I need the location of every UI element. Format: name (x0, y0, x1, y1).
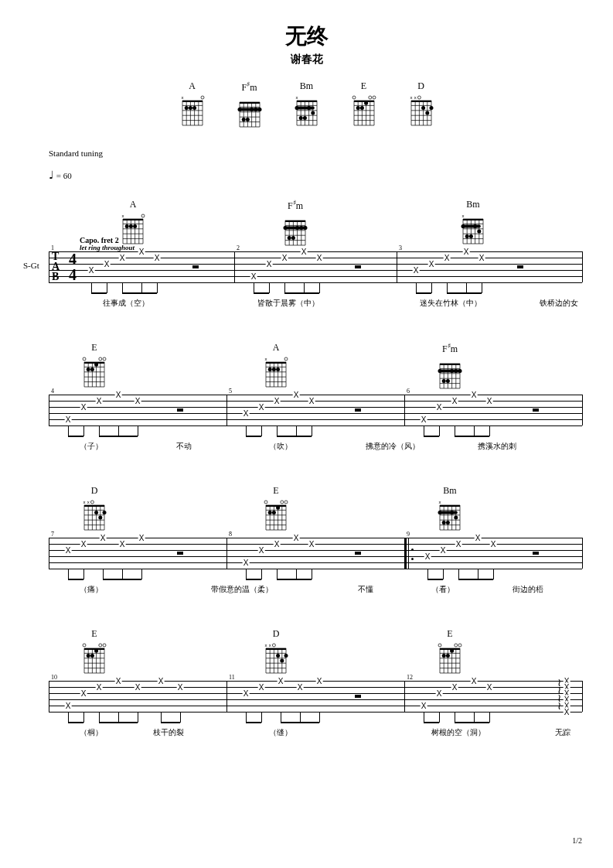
tab-note: X (243, 689, 250, 698)
tab-note: X (96, 397, 103, 405)
tab-note: X (293, 391, 300, 399)
svg-point-167 (83, 357, 86, 361)
tab-note: X (440, 546, 447, 555)
svg-point-74 (356, 106, 359, 110)
svg-point-321 (455, 644, 458, 647)
tab-staff: 789XXXXXXXXXXXXXXX (49, 538, 582, 569)
chord-diagram: Dxx (407, 80, 436, 132)
chord-name: E (91, 628, 97, 640)
lyric: 带假意的温（柔） (211, 584, 273, 595)
tab-note: X (243, 409, 250, 418)
lyric: （桐） (80, 727, 103, 738)
svg-point-243 (264, 501, 267, 504)
tab-note: X (258, 403, 265, 412)
svg-text:x: x (269, 643, 271, 648)
svg-point-56 (307, 106, 311, 110)
tab-note: X (316, 254, 323, 262)
svg-text:x: x (83, 500, 86, 504)
chord-diagram: E (349, 80, 379, 132)
chord-diagram: E (80, 342, 109, 391)
lyric: （吹） (269, 441, 292, 452)
lyric: 携溪水的刺 (478, 441, 516, 452)
tab-note: X (266, 260, 273, 268)
lyric: 不动 (176, 441, 192, 452)
svg-point-149 (461, 224, 465, 228)
bar-number: 4 (51, 388, 54, 395)
chord-diagram: Bmx (435, 485, 465, 535)
tab-note: X (258, 683, 265, 692)
bar-number: 10 (51, 674, 57, 681)
svg-point-325 (450, 649, 454, 653)
svg-point-267 (450, 511, 454, 514)
lyric: （子） (80, 441, 103, 452)
svg-text:x: x (122, 214, 124, 218)
tab-note: X (490, 540, 497, 548)
svg-point-131 (295, 226, 299, 230)
svg-point-93 (421, 106, 425, 110)
bar-number: 1 (51, 244, 54, 251)
tab-note: X (421, 415, 427, 424)
tab-note: X (250, 272, 257, 281)
chord-name: E (361, 80, 366, 92)
tab-note: X (455, 540, 462, 548)
rest (355, 265, 361, 268)
quarter-note-icon: ♩ (49, 169, 54, 181)
tab-note: X (119, 254, 126, 262)
rest (517, 265, 523, 268)
svg-point-188 (268, 367, 272, 371)
chord-diagram: Ax (118, 199, 148, 248)
svg-point-320 (438, 644, 441, 647)
svg-point-207 (446, 379, 450, 383)
bar-number: 5 (229, 388, 232, 395)
rest (177, 552, 183, 555)
tab-system: EAxF♯m456XXXXXXXXXXXXXXX（子）不动（吹）拂意的冷（风）携… (49, 395, 582, 425)
svg-point-268 (454, 516, 458, 520)
svg-point-32 (237, 108, 241, 111)
svg-point-111 (125, 224, 129, 228)
tab-note: X (436, 689, 443, 698)
svg-point-303 (272, 644, 275, 647)
bar-number: 8 (229, 531, 232, 538)
svg-point-54 (298, 116, 302, 120)
svg-point-306 (284, 654, 288, 658)
svg-point-151 (469, 234, 473, 238)
svg-point-305 (280, 659, 284, 663)
svg-point-208 (450, 369, 454, 373)
svg-point-190 (276, 367, 280, 371)
tab-note: X (316, 677, 323, 685)
bar-number: 6 (407, 388, 410, 395)
svg-point-283 (99, 644, 102, 647)
svg-point-53 (295, 106, 298, 110)
tab-staff: 123XXXXXXXXXXXXXXX (49, 251, 582, 282)
svg-point-133 (304, 226, 308, 230)
svg-point-169 (103, 357, 106, 361)
chord-legend-row: AxF♯mBmxEDxx (0, 80, 613, 132)
svg-point-75 (359, 106, 363, 110)
svg-point-287 (94, 649, 98, 653)
chord-name: A (189, 80, 196, 92)
tab-note: X (88, 266, 95, 275)
tab-system: DxxEBmx789XXXXXXXXXXXXXXX（痛）带假意的温（柔）不懂（看… (49, 538, 582, 569)
chord-name: E (447, 628, 452, 640)
svg-point-73 (373, 96, 376, 99)
chord-name: Bm (466, 199, 479, 210)
chord-diagram: Dxx (80, 485, 109, 535)
lyric: 树根的空（洞） (431, 727, 485, 738)
tab-note: X (301, 248, 308, 256)
chord-diagram: F♯m (281, 199, 310, 250)
lyric: 枝干的裂 (153, 727, 184, 738)
lyric: （痛） (80, 584, 103, 595)
svg-point-324 (446, 654, 450, 658)
lyric: 街边的梧 (513, 584, 543, 595)
svg-point-110 (141, 214, 145, 217)
tab-note: X (451, 683, 458, 692)
svg-point-304 (276, 654, 280, 658)
svg-point-170 (87, 367, 90, 371)
tab-note: X (177, 683, 184, 692)
tab-note: X (486, 397, 493, 405)
svg-point-15 (184, 106, 188, 110)
svg-point-150 (465, 234, 469, 238)
svg-point-285 (87, 654, 90, 658)
svg-point-244 (281, 501, 284, 504)
tab-note: X (486, 683, 493, 692)
